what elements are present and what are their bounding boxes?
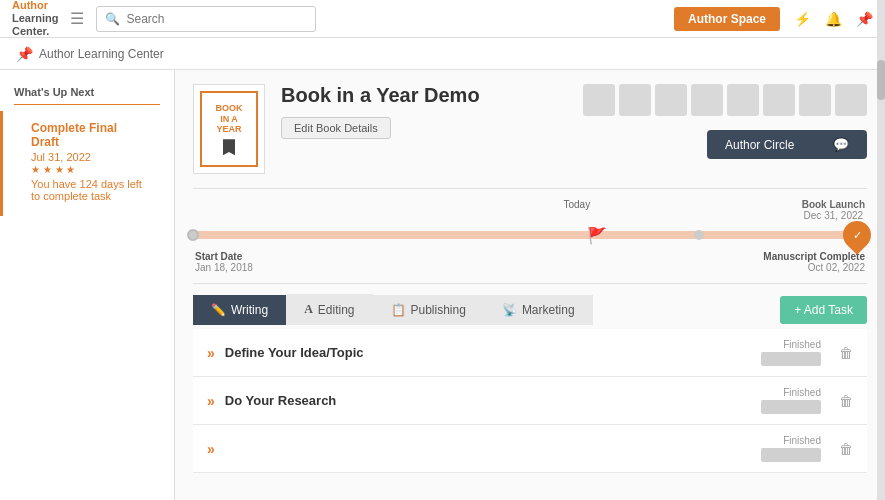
tab-editing[interactable]: A Editing <box>286 294 372 325</box>
progress-bar-2 <box>761 400 821 414</box>
search-icon: 🔍 <box>105 12 120 26</box>
tabs-section: ✏️ Writing A Editing 📋 Publishing 📡 Mark… <box>193 294 867 473</box>
editing-tab-icon: A <box>304 302 313 317</box>
timeline-section: Today Book Launch Dec 31, 2022 🚩 ✓ <box>193 188 867 284</box>
chevron-right-icon-2: » <box>207 393 215 409</box>
logo-line2: Learning <box>12 12 58 25</box>
timeline-start-circle <box>187 229 199 241</box>
timeline-end-marker: ✓ <box>843 221 871 249</box>
add-task-button[interactable]: + Add Task <box>780 296 867 324</box>
lightning-icon[interactable]: ⚡ <box>794 11 811 27</box>
tab-marketing[interactable]: 📡 Marketing <box>484 295 593 325</box>
placeholder-icon-1 <box>583 84 615 116</box>
progress-bar-3 <box>761 448 821 462</box>
sidebar-section-title: What's Up Next <box>0 80 174 102</box>
placeholder-icon-5 <box>727 84 759 116</box>
placeholder-icon-3 <box>655 84 687 116</box>
search-bar: 🔍 <box>96 6 316 32</box>
book-title: Book in a Year Demo <box>281 84 567 107</box>
start-date-label: Start Date <box>195 251 253 262</box>
header: Author Learning Center. ☰ 🔍 Author Space… <box>0 0 885 38</box>
finished-label-3: Finished <box>761 435 821 446</box>
marketing-tab-icon: 📡 <box>502 303 517 317</box>
book-launch-label: Book Launch <box>802 199 865 210</box>
sidebar-task-desc: You have 124 days left to complete task <box>17 176 160 210</box>
start-date: Jan 18, 2018 <box>195 262 253 273</box>
delete-icon-2[interactable]: 🗑 <box>839 393 853 409</box>
end-date-info: Manuscript Complete Oct 02, 2022 <box>763 251 865 273</box>
chevron-right-icon: » <box>207 345 215 361</box>
location-icon[interactable]: 📌 <box>856 11 873 27</box>
book-cover-title-line3: YEAR <box>216 124 241 135</box>
sidebar-task-name: Complete Final Draft <box>17 117 160 151</box>
task-name-1: Define Your Idea/Topic <box>225 345 751 360</box>
scrollbar[interactable] <box>877 0 885 500</box>
table-row[interactable]: » Define Your Idea/Topic Finished 🗑 <box>193 329 867 377</box>
author-circle-button[interactable]: Author Circle 💬 <box>707 130 867 159</box>
hamburger-icon[interactable]: ☰ <box>70 9 84 28</box>
table-row[interactable]: » Do Your Research Finished 🗑 <box>193 377 867 425</box>
start-date-info: Start Date Jan 18, 2018 <box>195 251 253 273</box>
tab-publishing[interactable]: 📋 Publishing <box>373 295 484 325</box>
placeholder-icons <box>583 84 867 116</box>
task-finished-2: Finished <box>761 387 821 414</box>
chat-icon: 💬 <box>833 137 849 152</box>
book-cover-inner: BOOK IN A YEAR <box>200 91 258 167</box>
edit-book-details-button[interactable]: Edit Book Details <box>281 117 391 139</box>
breadcrumb-text[interactable]: Author Learning Center <box>39 47 164 61</box>
tab-marketing-label: Marketing <box>522 303 575 317</box>
book-right-panel: Author Circle 💬 <box>583 84 867 159</box>
placeholder-icon-6 <box>763 84 795 116</box>
delete-icon-3[interactable]: 🗑 <box>839 441 853 457</box>
logo-line1: Author <box>12 0 58 12</box>
placeholder-icon-2 <box>619 84 651 116</box>
timeline-bar: 🚩 ✓ <box>193 231 867 239</box>
today-label: Today <box>564 199 591 221</box>
delete-icon-1[interactable]: 🗑 <box>839 345 853 361</box>
timeline-mid-marker <box>694 230 704 240</box>
publishing-tab-icon: 📋 <box>391 303 406 317</box>
book-cover-bookmark <box>223 139 235 155</box>
breadcrumb: 📌 Author Learning Center <box>0 38 885 70</box>
author-space-button[interactable]: Author Space <box>674 7 780 31</box>
book-launch-info: Book Launch Dec 31, 2022 <box>802 199 865 221</box>
sidebar-item-task[interactable]: Complete Final Draft Jul 31, 2022 ★ ★ ★ … <box>0 111 174 216</box>
placeholder-icon-8 <box>835 84 867 116</box>
sidebar-task-stars: ★ ★ ★ ★ <box>17 163 160 176</box>
tab-publishing-label: Publishing <box>411 303 466 317</box>
task-rows: » Define Your Idea/Topic Finished 🗑 » Do… <box>193 329 867 473</box>
end-date: Oct 02, 2022 <box>763 262 865 273</box>
task-finished-1: Finished <box>761 339 821 366</box>
bell-icon[interactable]: 🔔 <box>825 11 842 27</box>
logo: Author Learning Center. <box>12 0 58 38</box>
author-circle-label: Author Circle <box>725 138 794 152</box>
tab-writing-label: Writing <box>231 303 268 317</box>
breadcrumb-icon: 📌 <box>16 46 33 62</box>
timeline-track: 🚩 ✓ <box>193 225 867 245</box>
table-row[interactable]: » Finished 🗑 <box>193 425 867 473</box>
add-task-label: + Add Task <box>794 303 853 317</box>
sidebar: What's Up Next Complete Final Draft Jul … <box>0 70 175 500</box>
finished-label-2: Finished <box>761 387 821 398</box>
sidebar-task-date: Jul 31, 2022 <box>17 151 160 163</box>
header-right: Author Space ⚡ 🔔 📌 <box>674 7 873 31</box>
writing-tab-icon: ✏️ <box>211 303 226 317</box>
search-input[interactable] <box>126 12 307 26</box>
timeline-labels: Today Book Launch Dec 31, 2022 <box>193 199 867 221</box>
end-date-label: Manuscript Complete <box>763 251 865 262</box>
tab-writing[interactable]: ✏️ Writing <box>193 295 286 325</box>
main-content: BOOK IN A YEAR Book in a Year Demo Edit … <box>175 70 885 500</box>
tabs-bar: ✏️ Writing A Editing 📋 Publishing 📡 Mark… <box>193 294 867 325</box>
main-layout: What's Up Next Complete Final Draft Jul … <box>0 70 885 500</box>
placeholder-icon-7 <box>799 84 831 116</box>
book-cover-title-line2: IN A <box>220 114 238 125</box>
task-finished-3: Finished <box>761 435 821 462</box>
scrollbar-thumb[interactable] <box>877 60 885 100</box>
progress-bar-1 <box>761 352 821 366</box>
logo-line3: Center. <box>12 25 58 38</box>
book-cover-title-line1: BOOK <box>216 103 243 114</box>
chevron-right-icon-3: » <box>207 441 215 457</box>
book-cover: BOOK IN A YEAR <box>193 84 265 174</box>
book-launch-date: Dec 31, 2022 <box>802 210 865 221</box>
placeholder-icon-4 <box>691 84 723 116</box>
